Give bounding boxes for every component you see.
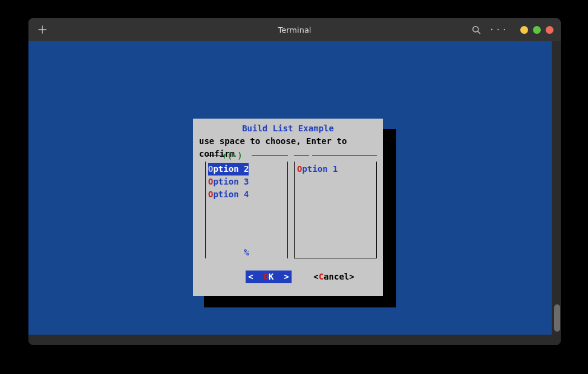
terminal-window: Terminal ··· Build List Example use spac… [28,18,561,345]
available-list[interactable]: ↑(-) Option 2Option 3Option 4 % [205,162,288,258]
window-title: Terminal [278,25,312,34]
list-item[interactable]: Option 1 [295,163,376,176]
list-position-indicator: % [206,246,287,259]
titlebar: Terminal ··· [28,18,561,41]
new-tab-button[interactable] [36,23,49,36]
terminal-body: Build List Example use space to choose, … [28,41,561,345]
buildlist-lists: ↑(-) Option 2Option 3Option 4 % Option 1 [199,162,377,258]
scrollbar-track[interactable] [554,41,561,345]
list-item[interactable]: Option 2 [208,163,249,176]
svg-line-1 [478,31,480,33]
buildlist-dialog: Build List Example use space to choose, … [193,119,383,296]
scroll-up-indicator: ↑(-) [222,149,243,162]
menu-icon[interactable]: ··· [489,25,508,34]
selected-list[interactable]: Option 1 [294,162,377,258]
list-item[interactable]: Option 4 [206,188,287,201]
terminal-canvas[interactable]: Build List Example use space to choose, … [28,41,552,335]
cancel-button[interactable]: <Cancel> [313,271,354,283]
close-button[interactable] [546,26,554,34]
plus-icon [38,25,47,34]
scrollbar-thumb[interactable] [554,304,560,332]
list-item[interactable]: Option 3 [206,176,287,188]
search-icon[interactable] [472,25,481,34]
minimize-button[interactable] [520,26,528,34]
ok-button[interactable]: < OK > [246,271,291,283]
maximize-button[interactable] [533,26,541,34]
dialog-buttons: < OK > <Cancel> [199,271,377,283]
window-controls [520,26,554,34]
dialog-title: Build List Example [199,122,377,135]
